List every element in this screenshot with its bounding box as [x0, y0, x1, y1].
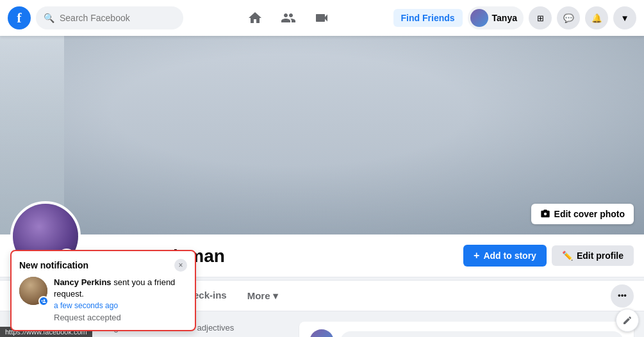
watch-icon — [314, 10, 329, 26]
notification-time: a few seconds ago — [54, 301, 187, 310]
notification-close-button[interactable]: × — [174, 259, 187, 272]
notification-body: Nancy Perkins sent you a friend request.… — [19, 277, 187, 322]
add-to-story-button[interactable]: + Add to story — [463, 245, 547, 267]
edit-icon — [622, 315, 632, 325]
whats-on-mind-input[interactable]: What's on your mind? — [340, 331, 623, 338]
right-panel: What's on your mind? 📹 Live video 🖼 Phot… — [299, 322, 634, 337]
nav-tab-more[interactable]: More ▾ — [237, 281, 288, 311]
friends-nav-button[interactable] — [273, 3, 304, 33]
more-menu-button[interactable]: ▼ — [613, 6, 636, 29]
add-story-label: Add to story — [483, 251, 536, 261]
find-friends-button[interactable]: Find Friends — [393, 9, 463, 27]
person-add-icon — [41, 299, 46, 304]
edit-cover-button[interactable]: Edit cover photo — [531, 204, 634, 224]
navbar: f 🔍 Find Friends Tanya ⊞ 💬 🔔 ▼ — [0, 0, 644, 36]
notification-user-name: Nancy Perkins — [54, 277, 111, 287]
notification-content: Nancy Perkins sent you a friend request.… — [54, 277, 187, 322]
notification-popup: New notification × Nancy Perkins sent yo… — [10, 250, 196, 331]
friend-request-badge — [38, 296, 49, 306]
notification-action: Request accepted — [54, 313, 187, 322]
pencil-icon: ✏️ — [562, 251, 573, 261]
search-input[interactable] — [60, 13, 176, 23]
edit-page-button[interactable] — [616, 309, 639, 332]
messenger-button[interactable]: 💬 — [557, 6, 580, 29]
facebook-logo[interactable]: f — [8, 6, 31, 29]
notification-title: New notification — [19, 260, 88, 270]
camera-icon — [540, 209, 550, 219]
watch-nav-button[interactable] — [306, 3, 337, 33]
dots-icon: ••• — [618, 291, 627, 300]
home-nav-button[interactable] — [240, 3, 270, 33]
search-icon: 🔍 — [44, 13, 54, 23]
home-icon — [247, 10, 263, 26]
edit-cover-label: Edit cover photo — [554, 209, 625, 219]
wom-avatar — [310, 329, 334, 337]
friends-icon — [281, 10, 296, 26]
edit-profile-button[interactable]: ✏️ Edit profile — [552, 245, 634, 266]
notification-user-avatar — [19, 277, 47, 305]
nav-center — [240, 3, 337, 33]
user-name-nav: Tanya — [492, 13, 517, 23]
nav-right: Find Friends Tanya ⊞ 💬 🔔 ▼ — [393, 6, 636, 29]
search-bar[interactable]: 🔍 — [36, 6, 183, 29]
notification-text: Nancy Perkins sent you a friend request. — [54, 277, 187, 300]
plus-icon: + — [474, 250, 479, 261]
profile-actions: + Add to story ✏️ Edit profile — [463, 245, 634, 267]
notifications-button[interactable]: 🔔 — [585, 6, 608, 29]
edit-profile-label: Edit profile — [577, 251, 623, 261]
whats-on-mind-bar[interactable]: What's on your mind? — [299, 322, 634, 337]
user-menu-button[interactable]: Tanya — [468, 6, 524, 29]
more-label: More — [247, 290, 270, 301]
user-avatar-nav — [470, 9, 488, 27]
nav-dots-button[interactable]: ••• — [611, 284, 634, 308]
notification-header: New notification × — [19, 259, 187, 272]
grid-menu-button[interactable]: ⊞ — [529, 6, 552, 29]
chevron-down-icon: ▾ — [273, 290, 278, 302]
cover-photo-area: Edit cover photo — [0, 36, 644, 234]
